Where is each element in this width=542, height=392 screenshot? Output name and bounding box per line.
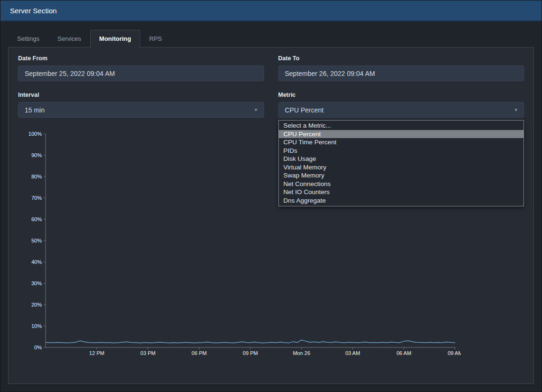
tab-rps[interactable]: RPS bbox=[140, 30, 171, 47]
dropdown-option[interactable]: Dns Aggregate bbox=[279, 196, 524, 205]
interval-select-value: 15 min bbox=[25, 106, 45, 114]
metric-field: Metric CPU Percent ▾ Select a Metric...C… bbox=[278, 92, 524, 118]
svg-text:09 PM: 09 PM bbox=[243, 350, 258, 356]
svg-text:30%: 30% bbox=[31, 280, 42, 286]
svg-text:03 AM: 03 AM bbox=[345, 350, 360, 356]
svg-text:80%: 80% bbox=[31, 174, 42, 179]
dropdown-option[interactable]: Net Connections bbox=[279, 180, 524, 188]
dropdown-option[interactable]: PIDs bbox=[279, 147, 524, 155]
dropdown-option[interactable]: Select a Metric... bbox=[279, 121, 524, 130]
svg-text:50%: 50% bbox=[31, 238, 42, 243]
svg-text:60%: 60% bbox=[31, 216, 42, 222]
svg-text:03 PM: 03 PM bbox=[141, 350, 156, 356]
svg-text:09 AM: 09 AM bbox=[447, 350, 461, 356]
date-to-label: Date To bbox=[278, 55, 524, 62]
dropdown-option[interactable]: Virtual Memory bbox=[279, 163, 524, 172]
app-window: Server Section SettingsServicesMonitorin… bbox=[0, 0, 542, 384]
monitoring-panel: Date From Date To Interval 15 min ▾ Metr… bbox=[8, 47, 534, 384]
metric-dropdown-list: Select a Metric...CPU PercentCPU Time Pe… bbox=[278, 120, 524, 206]
date-to-field: Date To bbox=[278, 55, 524, 81]
tab-bar: SettingsServicesMonitoringRPS bbox=[8, 30, 534, 47]
svg-text:70%: 70% bbox=[31, 195, 42, 201]
dropdown-option[interactable]: CPU Percent bbox=[279, 130, 524, 139]
tab-services[interactable]: Services bbox=[48, 30, 90, 47]
metric-select[interactable]: CPU Percent ▾ bbox=[278, 102, 524, 118]
dropdown-option[interactable]: CPU Time Percent bbox=[279, 138, 524, 147]
svg-text:Mon 26: Mon 26 bbox=[293, 350, 310, 356]
dropdown-option[interactable]: Swap Memory bbox=[279, 171, 524, 180]
tab-monitoring[interactable]: Monitoring bbox=[90, 30, 140, 47]
filters-form: Date From Date To Interval 15 min ▾ Metr… bbox=[18, 55, 524, 118]
page-title: Server Section bbox=[10, 7, 57, 15]
date-from-label: Date From bbox=[18, 55, 264, 62]
svg-text:20%: 20% bbox=[31, 302, 42, 308]
svg-text:90%: 90% bbox=[31, 152, 42, 158]
date-from-field: Date From bbox=[18, 55, 264, 81]
metric-label: Metric bbox=[278, 92, 524, 98]
chevron-down-icon: ▾ bbox=[514, 107, 517, 113]
svg-text:100%: 100% bbox=[29, 131, 42, 137]
svg-text:0%: 0% bbox=[34, 345, 42, 350]
dropdown-option[interactable]: Net IO Counters bbox=[279, 188, 524, 196]
interval-label: Interval bbox=[18, 92, 264, 98]
svg-text:06 PM: 06 PM bbox=[191, 350, 207, 356]
chevron-down-icon: ▾ bbox=[255, 107, 257, 113]
svg-text:10%: 10% bbox=[31, 323, 42, 329]
svg-text:40%: 40% bbox=[31, 259, 42, 265]
titlebar: Server Section bbox=[0, 0, 542, 21]
metric-select-value: CPU Percent bbox=[285, 106, 324, 114]
date-from-input[interactable] bbox=[18, 65, 264, 81]
dropdown-option[interactable]: Disk Usage bbox=[279, 155, 524, 163]
svg-text:06 AM: 06 AM bbox=[397, 350, 411, 356]
tab-settings[interactable]: Settings bbox=[8, 30, 48, 47]
svg-text:12 PM: 12 PM bbox=[89, 350, 105, 356]
interval-field: Interval 15 min ▾ bbox=[18, 92, 264, 118]
interval-select[interactable]: 15 min ▾ bbox=[18, 102, 264, 118]
date-to-input[interactable] bbox=[278, 65, 524, 81]
